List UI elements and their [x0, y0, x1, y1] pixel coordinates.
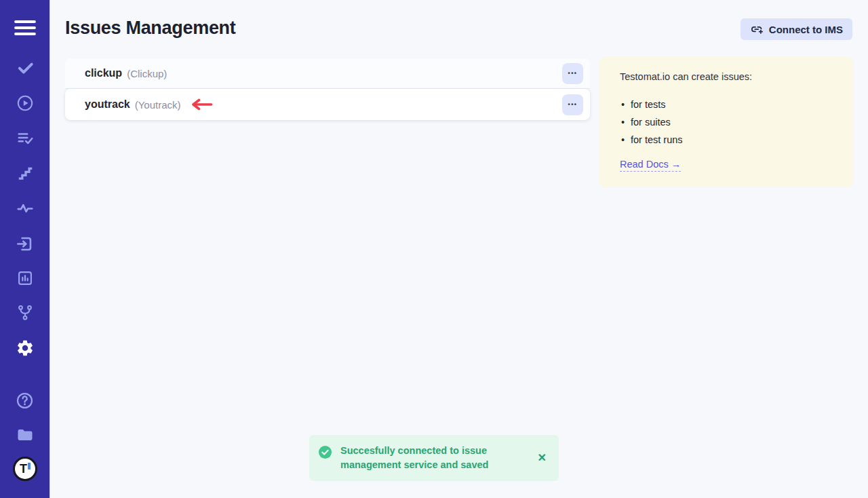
- pulse-icon[interactable]: [12, 195, 39, 222]
- info-bullet-list: for tests for suites for test runs: [620, 96, 833, 149]
- ims-row-youtrack[interactable]: youtrack (Youtrack) •••: [65, 89, 590, 120]
- connect-to-ims-button[interactable]: Connect to IMS: [741, 18, 852, 40]
- connect-button-label: Connect to IMS: [769, 24, 843, 35]
- clickup-more-button[interactable]: •••: [562, 63, 583, 84]
- app-window: T Issues Management Connect to IMS click…: [0, 0, 868, 498]
- stairs-icon[interactable]: [12, 159, 39, 187]
- logo-letter: T: [20, 463, 27, 475]
- play-circle-icon[interactable]: [12, 90, 39, 117]
- more-icon: •••: [568, 102, 578, 108]
- menu-icon[interactable]: [12, 14, 39, 41]
- gear-icon[interactable]: [12, 334, 39, 362]
- check-icon[interactable]: [12, 54, 39, 81]
- sign-in-icon[interactable]: [12, 230, 39, 257]
- ims-type: (Youtrack): [135, 99, 181, 111]
- annotation-arrow-icon: [188, 98, 213, 111]
- bar-chart-icon[interactable]: [12, 265, 39, 292]
- info-bullet: for test runs: [620, 131, 833, 149]
- success-check-icon: [319, 446, 332, 461]
- info-bullet: for suites: [620, 113, 833, 131]
- ims-type: (Clickup): [127, 68, 167, 79]
- info-bullet: for tests: [620, 96, 833, 113]
- list-check-icon[interactable]: [12, 125, 39, 152]
- close-icon: ✕: [538, 452, 547, 463]
- ims-row-clickup[interactable]: clickup (Clickup) •••: [65, 58, 590, 89]
- logo-accent: [28, 463, 31, 470]
- branch-icon[interactable]: [12, 299, 39, 326]
- ims-name: clickup: [85, 67, 122, 79]
- read-docs-link[interactable]: Read Docs →: [620, 159, 681, 172]
- success-toast: Succesfully connected to issue managemen…: [309, 435, 559, 481]
- more-icon: •••: [568, 71, 578, 77]
- page-title: Issues Management: [65, 18, 236, 39]
- toast-close-button[interactable]: ✕: [536, 451, 548, 465]
- info-panel-title: Testomat.io can create issues:: [620, 71, 833, 82]
- link-plus-icon: [750, 24, 764, 35]
- ims-list: clickup (Clickup) ••• youtrack (Youtrack…: [65, 58, 590, 120]
- ims-name: youtrack: [85, 98, 130, 111]
- sidebar: T: [0, 0, 50, 498]
- info-panel: Testomat.io can create issues: for tests…: [599, 57, 853, 187]
- folder-icon[interactable]: [12, 421, 39, 448]
- youtrack-more-button[interactable]: •••: [562, 94, 583, 115]
- logo[interactable]: T: [13, 457, 37, 481]
- toast-message: Succesfully connected to issue managemen…: [340, 444, 518, 472]
- help-icon[interactable]: [12, 387, 39, 414]
